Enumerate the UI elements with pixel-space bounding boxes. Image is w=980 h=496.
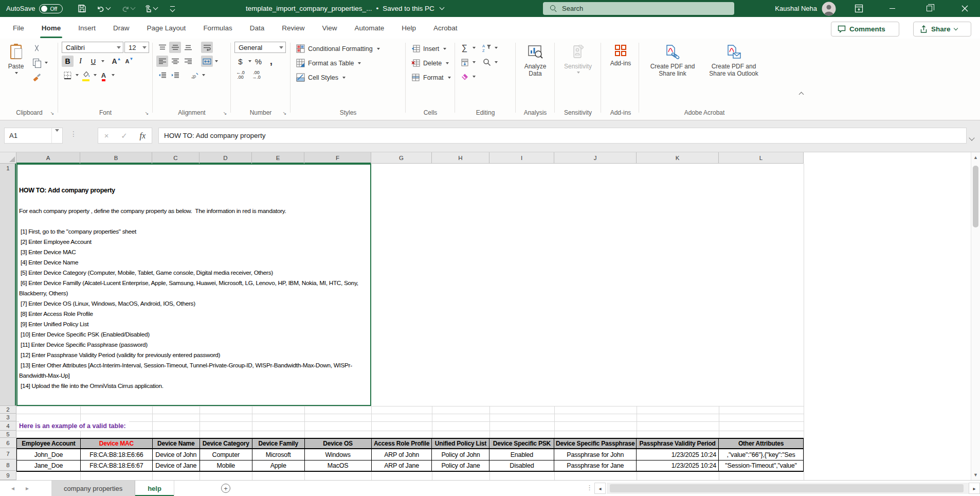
scroll-left-icon[interactable]: ◂ <box>594 483 606 494</box>
autosave-toggle[interactable]: Off <box>39 4 63 13</box>
find-select-dropdown-icon[interactable] <box>495 61 498 63</box>
row-header-4[interactable]: 4 <box>0 421 16 431</box>
italic-button[interactable]: I <box>75 56 86 67</box>
decrease-font-size-button[interactable]: A▼ <box>123 56 135 67</box>
table-cell[interactable]: Policy of John <box>432 449 489 460</box>
table-cell[interactable]: MacOS <box>305 460 372 472</box>
sheet-tab-help[interactable]: help <box>135 481 174 496</box>
format-dropdown-icon[interactable] <box>448 77 451 79</box>
paste-button[interactable]: Paste <box>4 41 28 74</box>
column-header-E[interactable]: E <box>252 152 304 164</box>
redo-button[interactable] <box>117 0 139 17</box>
tab-view[interactable]: View <box>313 17 346 39</box>
add-ins-button[interactable]: Add-ins <box>604 41 637 67</box>
new-sheet-button[interactable]: + <box>221 484 230 493</box>
column-header-I[interactable]: I <box>489 152 554 164</box>
autosum-button[interactable]: ∑ <box>459 42 470 54</box>
row-header-9[interactable]: 9 <box>0 471 16 480</box>
table-cell[interactable]: Policy of Jane <box>432 460 489 472</box>
orientation-button[interactable]: ab <box>188 69 200 81</box>
table-cell[interactable]: F8:CA:B8:18:E6:66 <box>81 449 153 460</box>
cancel-entry-button[interactable]: × <box>104 131 109 140</box>
bottom-align-button[interactable] <box>182 42 194 53</box>
horizontal-scrollbar[interactable] <box>607 483 969 494</box>
column-header-F[interactable]: F <box>304 152 371 164</box>
underline-button[interactable]: U <box>87 56 99 67</box>
column-header-G[interactable]: G <box>371 152 432 164</box>
format-cells-button[interactable]: Format <box>409 71 451 84</box>
font-color-button[interactable]: A <box>98 69 110 81</box>
table-cell[interactable]: Enabled <box>489 449 554 460</box>
scroll-up-icon[interactable]: ▲ <box>971 152 980 163</box>
font-dialog-launcher[interactable]: ↘ <box>143 110 150 117</box>
column-header-K[interactable]: K <box>637 152 719 164</box>
next-sheet-icon[interactable]: ▸ <box>21 481 34 496</box>
name-box[interactable]: A1 <box>4 128 63 144</box>
font-size-combo[interactable]: 12 <box>124 42 149 53</box>
table-cell[interactable]: ,"value":"66"},{"key":"Ses <box>719 449 804 460</box>
table-header-cell[interactable]: Employee Account <box>17 439 81 449</box>
table-cell[interactable]: Device of John <box>153 449 200 460</box>
redo-dropdown-icon[interactable] <box>131 5 136 10</box>
table-cell[interactable]: Device of Jane <box>153 460 200 472</box>
touch-mouse-mode-button[interactable] <box>140 0 161 17</box>
tab-insert[interactable]: Insert <box>69 17 104 39</box>
undo-button[interactable] <box>93 0 114 17</box>
ribbon-display-options-button[interactable] <box>847 0 870 17</box>
row-header-2[interactable]: 2 <box>0 406 16 414</box>
copy-dropdown-icon[interactable] <box>45 62 48 64</box>
table-cell[interactable]: F8:CA:B8:18:E6:67 <box>81 460 153 472</box>
table-cell[interactable]: Mobile <box>200 460 252 472</box>
align-left-button[interactable] <box>156 56 168 67</box>
align-center-button[interactable] <box>169 56 181 67</box>
column-header-B[interactable]: B <box>80 152 152 164</box>
table-header-cell[interactable]: Device Name <box>153 439 200 449</box>
borders-button[interactable] <box>62 69 74 81</box>
tab-data[interactable]: Data <box>241 17 274 39</box>
sensitivity-button[interactable]: Sensitivity <box>561 41 594 74</box>
scroll-down-icon[interactable]: ▼ <box>971 470 980 480</box>
tab-automate[interactable]: Automate <box>346 17 393 39</box>
column-header-C[interactable]: C <box>152 152 199 164</box>
table-cell[interactable]: Jane_Doe <box>17 460 81 472</box>
number-dialog-launcher[interactable]: ↘ <box>281 110 288 117</box>
merge-dropdown-icon[interactable] <box>215 60 218 62</box>
row-header-3[interactable]: 3 <box>0 414 16 421</box>
row-header-5[interactable]: 5 <box>0 431 16 438</box>
decrease-indent-button[interactable] <box>156 69 168 81</box>
vertical-scroll-thumb[interactable] <box>973 166 978 227</box>
delete-cells-button[interactable]: Delete <box>409 57 449 69</box>
analyze-data-button[interactable]: Analyze Data <box>519 41 552 77</box>
comments-button[interactable]: Comments <box>831 22 899 37</box>
middle-align-button[interactable] <box>169 42 181 53</box>
formula-bar-drag-handle[interactable]: ⋮ <box>70 130 77 138</box>
save-status[interactable]: Saved to this PC <box>383 5 434 12</box>
sort-filter-button[interactable]: AZ <box>481 42 493 54</box>
collapse-ribbon-button[interactable] <box>796 90 806 98</box>
insert-dropdown-icon[interactable] <box>443 48 446 50</box>
previous-sheet-icon[interactable]: ◂ <box>6 481 20 496</box>
fill-color-button[interactable] <box>80 69 92 81</box>
scroll-right-icon[interactable]: ▸ <box>969 483 980 494</box>
font-name-combo[interactable]: Calibri <box>62 42 123 53</box>
table-cell[interactable]: Apple <box>252 460 305 472</box>
accounting-dropdown-icon[interactable] <box>248 60 251 62</box>
clear-dropdown-icon[interactable] <box>473 76 476 78</box>
share-button[interactable]: Share <box>913 22 971 37</box>
fill-button[interactable] <box>459 57 470 68</box>
conditional-formatting-button[interactable]: Conditional Formatting <box>294 42 380 55</box>
format-painter-button[interactable] <box>31 72 43 83</box>
table-cell[interactable]: 1/23/2025 10:24 <box>637 460 719 472</box>
table-cell[interactable]: "Session-Timeout","value" <box>719 460 804 472</box>
accounting-format-button[interactable]: $ <box>234 56 246 67</box>
insert-function-button[interactable]: fx <box>140 131 146 140</box>
table-cell[interactable]: Passphrase for John <box>554 449 637 460</box>
font-color-dropdown-icon[interactable] <box>112 74 115 76</box>
table-cell[interactable]: ARP of Jane <box>372 460 432 472</box>
autosave-control[interactable]: AutoSave Off <box>6 0 63 17</box>
table-cell[interactable]: 1/23/2025 10:24 <box>637 449 719 460</box>
table-cell[interactable]: Windows <box>305 449 372 460</box>
customize-quick-access-button[interactable] <box>164 0 181 17</box>
row-header-1[interactable]: 1 <box>0 164 16 406</box>
table-cell[interactable]: Microsoft <box>252 449 305 460</box>
